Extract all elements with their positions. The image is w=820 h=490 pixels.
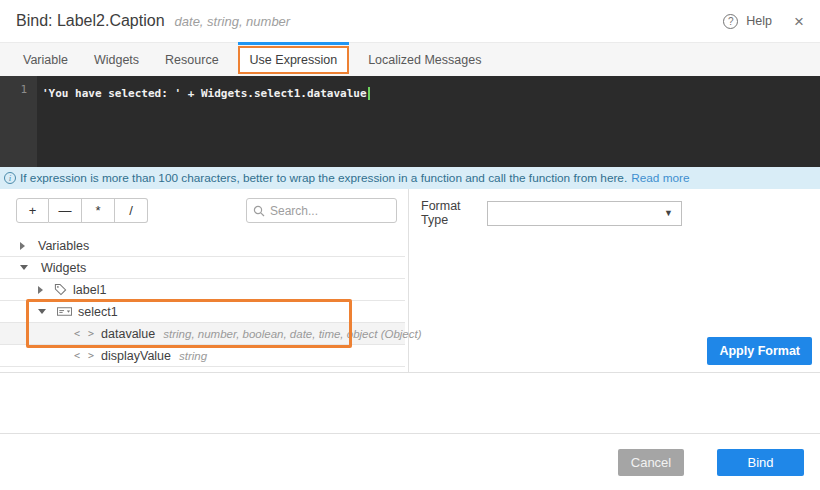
tree-item-label: select1: [78, 305, 118, 319]
tag-icon: [54, 283, 67, 296]
expression-code[interactable]: 'You have selected: ' + Widgets.select1.…: [42, 87, 367, 100]
main-area: + — * / Variables Widgets: [0, 189, 820, 373]
help-icon[interactable]: ?: [723, 14, 738, 29]
chevron-down-icon[interactable]: [38, 309, 46, 314]
apply-format-button[interactable]: Apply Format: [707, 337, 812, 365]
tree-item-datavalue[interactable]: < > datavalue string, number, boolean, d…: [0, 323, 405, 345]
search-input[interactable]: [270, 204, 390, 218]
dialog-header: Bind: Label2.Caption date, string, numbe…: [0, 0, 820, 42]
code-property-icon: < >: [74, 328, 95, 339]
cancel-button[interactable]: Cancel: [618, 449, 684, 476]
tab-bar: Variable Widgets Resource Use Expression…: [0, 42, 820, 76]
close-icon[interactable]: ×: [794, 13, 804, 30]
property-types: string, number, boolean, date, time, obj…: [163, 328, 421, 340]
expression-editor[interactable]: 1 'You have selected: ' + Widgets.select…: [0, 76, 820, 167]
dialog-footer: Cancel Bind: [0, 433, 820, 490]
editor-gutter: 1: [0, 76, 37, 167]
property-types: string: [179, 350, 207, 362]
read-more-link[interactable]: Read more: [631, 171, 689, 185]
tab-use-expression-label: Use Expression: [250, 53, 338, 67]
tree-item-label: datavalue: [101, 327, 155, 341]
format-pane: Format Type ▼ Apply Format: [409, 189, 820, 372]
chevron-down-icon: ▼: [664, 208, 673, 218]
tab-variable[interactable]: Variable: [10, 43, 81, 77]
tree-item-label: Variables: [38, 239, 89, 253]
bind-button[interactable]: Bind: [717, 449, 804, 476]
active-tab-indicator: [238, 42, 350, 45]
tree-item-label: displayValue: [101, 349, 171, 363]
line-number: 1: [20, 83, 27, 96]
text-cursor: [368, 87, 370, 100]
divide-operator-button[interactable]: /: [115, 198, 148, 223]
tab-widgets[interactable]: Widgets: [81, 43, 152, 77]
chevron-down-icon[interactable]: [20, 265, 28, 270]
tab-resource[interactable]: Resource: [152, 43, 232, 77]
search-box: [246, 198, 397, 223]
minus-operator-button[interactable]: —: [49, 198, 82, 223]
search-icon: [253, 205, 265, 217]
tab-use-expression[interactable]: Use Expression: [238, 46, 350, 74]
tree-pane: + — * / Variables Widgets: [0, 189, 409, 372]
help-link[interactable]: Help: [746, 14, 772, 28]
dialog-subtitle: date, string, number: [175, 14, 291, 29]
tree-item-widgets[interactable]: Widgets: [0, 257, 405, 279]
tree-item-label1[interactable]: label1: [0, 279, 405, 301]
tree-item-displayvalue[interactable]: < > displayValue string: [0, 345, 405, 367]
chevron-right-icon[interactable]: [20, 242, 25, 250]
operator-button-group: + — * /: [16, 198, 148, 223]
info-text: If expression is more than 100 character…: [20, 171, 627, 185]
editor-code-area[interactable]: 'You have selected: ' + Widgets.select1.…: [37, 76, 820, 167]
bind-dialog: Bind: Label2.Caption date, string, numbe…: [0, 0, 820, 490]
tree-item-label: Widgets: [41, 261, 86, 275]
select-widget-icon: [57, 306, 72, 317]
multiply-operator-button[interactable]: *: [82, 198, 115, 223]
binding-tree: Variables Widgets label1: [0, 235, 405, 367]
format-type-select[interactable]: ▼: [487, 201, 682, 226]
tree-item-variables[interactable]: Variables: [0, 235, 405, 257]
plus-operator-button[interactable]: +: [16, 198, 49, 223]
code-property-icon: < >: [74, 350, 95, 361]
format-type-label: Format Type: [421, 199, 487, 227]
info-bar: i If expression is more than 100 charact…: [0, 167, 820, 189]
tab-localized-messages[interactable]: Localized Messages: [355, 43, 494, 77]
dialog-title: Bind: Label2.Caption: [16, 12, 165, 30]
info-icon: i: [4, 172, 16, 184]
tree-item-select1[interactable]: select1: [0, 301, 405, 323]
tree-item-label: label1: [73, 283, 106, 297]
chevron-right-icon[interactable]: [38, 286, 43, 294]
